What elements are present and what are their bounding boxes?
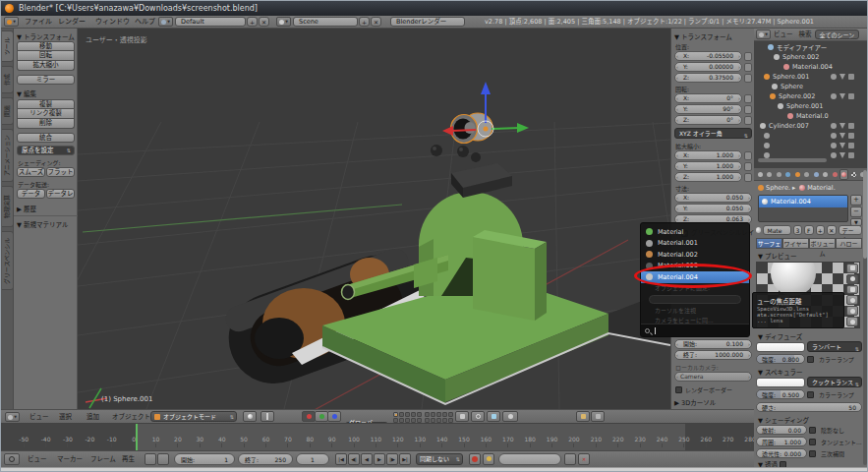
play-button[interactable]: ▶ [374,453,385,465]
rotation-z-field[interactable]: Z:0° [674,115,742,125]
snap-target-dropdown[interactable] [502,411,518,422]
tab-constraints-icon[interactable] [802,169,810,180]
new-material-button[interactable]: + [816,225,825,235]
set-origin-dropdown[interactable]: 原点を設定 [17,146,75,155]
title-bar[interactable]: Blender* [C:¥Users¥anazawa¥Downloads¥scr… [1,1,868,16]
lock-icon[interactable] [744,94,752,103]
timeline-ruler[interactable]: -50-40-30-20-100102030405060708090100110… [1,423,754,450]
npanel-transform-header[interactable]: ▼ トランスフォーム [674,31,732,41]
type-tab-wire[interactable]: ワイヤー [782,238,809,249]
editor-type-button[interactable] [4,17,19,27]
rotation-mode-dropdown[interactable]: XYZ オイラー角 [674,128,752,139]
shade-flat-button[interactable]: フラット [46,167,75,177]
tab-scene-icon[interactable] [775,169,782,180]
lock-icon[interactable] [744,162,752,171]
timeline-menu-view[interactable]: ビュー [25,451,50,468]
outliner-menu-view[interactable]: ビュー [771,29,796,41]
render-opengl-button[interactable] [576,411,590,422]
restrict-icons[interactable] [831,74,854,80]
shadeless-checkbox[interactable] [809,427,816,434]
layer-buttons[interactable] [393,412,453,423]
render-opengl-anim-button[interactable] [591,411,605,422]
duplicate-button[interactable]: 複製 [17,99,75,109]
material-popup-item[interactable]: Material.002 [641,249,749,261]
data-layout-button[interactable]: データレ [46,189,75,199]
diffuse-color-swatch[interactable] [756,342,805,352]
snap-magnet-button[interactable] [487,411,500,422]
tab-render-layers-icon[interactable] [765,169,773,180]
material-slot-selected[interactable]: Material.004 [759,196,847,207]
delete-button[interactable]: 削除 [17,119,75,129]
preview-world-button[interactable] [846,317,858,326]
restrict-icons[interactable] [831,93,854,99]
tab-texture-icon[interactable] [849,169,857,180]
join-button[interactable]: 統合 [17,133,75,143]
tab-grease-pencil[interactable]: グリースペンシル [2,231,14,290]
play-reverse-button[interactable]: ◀ [361,453,373,465]
diffuse-ramp-checkbox[interactable] [807,356,814,363]
outliner-row[interactable]: モディファイアー [768,42,827,52]
restrict-icons[interactable] [831,123,854,129]
preview-range-toggle[interactable] [145,453,156,465]
type-tab-halo[interactable]: ハロー [836,238,862,249]
timeline-menu-playback[interactable]: 再生 [119,451,138,468]
unlink-material-button[interactable]: ✕ [827,225,836,235]
proportional-edit-dropdown[interactable] [471,411,485,422]
preview-panel-header[interactable]: ▼ プレビュー [758,251,797,261]
emit-slider[interactable]: 放射:0.00 [756,425,807,435]
location-x-field[interactable]: X:-0.05500 [674,51,742,61]
clip-end-field[interactable]: 終了:1000.000 [674,350,752,360]
scene-delete-button[interactable]: ✕ [371,17,381,27]
shade-smooth-button[interactable]: スムーズ [17,167,45,177]
breadcrumb-object[interactable]: Sphere. [766,184,790,192]
manipulator-scale-button[interactable] [327,411,341,422]
tab-animation[interactable]: アニメーション [2,129,14,182]
sync-dropdown[interactable]: 同期しない [416,453,463,465]
viewport-shading-dropdown[interactable] [243,411,257,422]
timeline-editor-icon[interactable] [4,453,20,465]
location-z-field[interactable]: Z:0.37500 [674,73,742,83]
tab-object-icon[interactable] [793,169,801,180]
rotation-x-field[interactable]: X:0° [674,93,742,103]
tab-relations[interactable]: 関連 [2,97,14,125]
lock-icon[interactable] [744,105,752,114]
jump-to-start-button[interactable]: |◀ [335,453,347,465]
scale-y-field[interactable]: Y:1.000 [674,161,742,171]
restrict-icons[interactable] [831,143,854,148]
outliner-menu-search[interactable]: 検索 [796,29,815,41]
specular-shader-dropdown[interactable]: クックトランス [807,377,862,387]
fake-user-button[interactable]: F [804,225,813,235]
clip-start-field[interactable]: 開始:0.100 [674,339,752,349]
tab-physics[interactable]: 物理演算 [2,186,14,227]
tab-render-icon[interactable] [756,169,764,180]
type-tab-volume[interactable]: ボリューム [809,238,836,249]
tab-tools[interactable]: ツール [2,30,14,62]
material-name-field[interactable]: Mate [763,225,790,235]
frame-lock-toggle[interactable] [157,453,169,465]
rotation-y-field[interactable]: Y:90° [674,104,742,114]
outliner-editor-icon[interactable] [756,30,771,39]
lock-icon[interactable] [744,151,752,160]
timeline-menu-marker[interactable]: マーカー [54,451,86,468]
lock-icon[interactable] [744,74,752,83]
data-transfer-button[interactable]: データ [17,189,45,199]
hardness-slider[interactable]: 硬さ:50 [756,402,862,412]
scale-button[interactable]: 拡大縮小 [17,61,75,71]
breadcrumb-material[interactable]: Material. [807,184,835,192]
panel-header-history[interactable]: ▶ 履歴 [17,204,36,213]
scene-icon[interactable] [276,17,291,27]
manipulator-translate-button[interactable] [302,411,316,422]
tab-create[interactable]: 作成 [2,66,14,93]
record-button[interactable] [469,453,481,465]
current-frame-marker[interactable] [136,424,138,450]
viewport-menu-add[interactable]: 追加 [84,410,102,424]
users-count-button[interactable]: 3 [793,225,802,235]
mirror-button[interactable]: ミラー [17,75,75,85]
dim-y-field[interactable]: Y:0.050 [674,204,752,213]
screen-layout-field[interactable]: Default [175,17,246,27]
type-tab-surface[interactable]: サーフェ [756,238,782,249]
outliner-row[interactable]: Material.004 [783,62,833,72]
restrict-icons[interactable] [831,133,854,139]
outliner-row[interactable]: Sphere.002 [770,91,815,101]
keying-set-icon[interactable] [483,453,494,465]
